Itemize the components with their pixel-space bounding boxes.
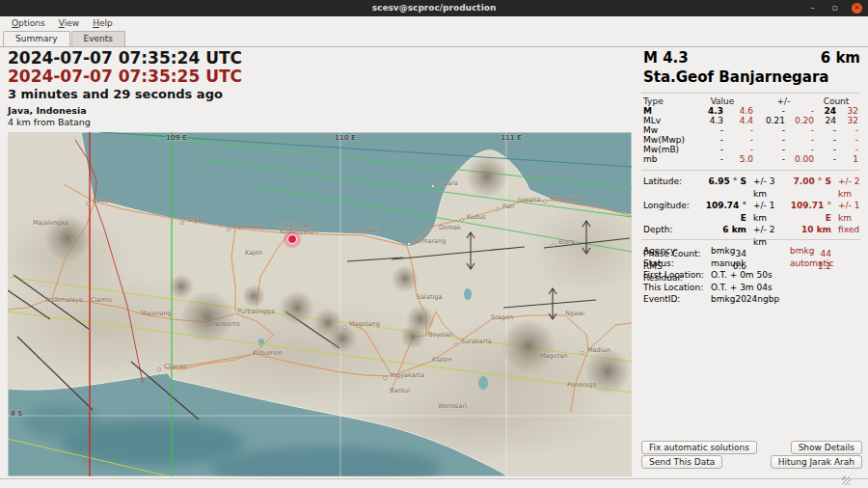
city-label: Cilacap — [164, 363, 187, 370]
mag-cell: Mw(mB) — [643, 145, 692, 154]
mag-cell: MLv — [643, 116, 692, 125]
info-cell: O.T. + 0m 50s — [711, 269, 790, 282]
menu-options[interactable]: Options — [6, 17, 51, 29]
origin-cell: 109.71 ° E — [786, 200, 834, 224]
tab-events[interactable]: Events — [71, 31, 125, 46]
longitude-label: 110 E — [335, 134, 356, 142]
city-label: Ngawi — [565, 310, 584, 317]
city-dot — [431, 184, 435, 188]
minimize-button[interactable]: – — [807, 3, 818, 14]
info-cell: This Location: — [643, 282, 711, 294]
mag-cell: - — [785, 145, 814, 154]
epicenter-dot — [287, 234, 297, 244]
magnitude-table: TypeValue+/-CountM4.34.6--2432MLv4.34.40… — [643, 96, 861, 164]
send-this-data-button[interactable]: Send This Data — [641, 455, 722, 469]
city-label: Sragen — [491, 313, 513, 321]
city-dot — [496, 207, 500, 211]
mag-cell: - — [814, 154, 836, 164]
app-window: scesv@scproc/production – ▫ ✕ OptionsVie… — [0, 0, 868, 488]
city-label: Tasikmalaya — [44, 296, 83, 304]
map[interactable]: CirebonMajalengkaTasikmalayaCiamisTegalP… — [8, 132, 632, 476]
region-name: Java, Indonesia — [8, 105, 87, 116]
separator — [641, 239, 860, 240]
info-cell — [790, 269, 862, 282]
info-cell: Status: — [643, 258, 711, 270]
event-panel: M 4.3 6 km Sta.Geof Banjarnegara TypeVal… — [639, 49, 862, 478]
mag-cell: 4.4 — [723, 116, 753, 125]
tab-summary[interactable]: Summary — [3, 31, 70, 46]
mag-cell: - — [836, 135, 858, 145]
origin-time: 2024-07-07 07:35:24 UTC — [8, 48, 242, 68]
info-cell: bmkg2024ngbp — [711, 293, 790, 306]
window-title: scesv@scproc/production — [0, 0, 868, 16]
mag-cell: mb — [643, 154, 692, 164]
mag-cell: 4.3 — [692, 116, 723, 125]
mag-cell: - — [785, 125, 814, 135]
info-cell: bmkg — [711, 245, 790, 258]
city-label: Ciamis — [91, 296, 112, 304]
maximize-button[interactable]: ▫ — [829, 3, 840, 14]
info-cell: bmkg — [790, 245, 862, 258]
latitude-label: 8 S — [11, 410, 22, 418]
city-dot — [460, 218, 464, 222]
origin-cell: +/- 3 km — [749, 176, 786, 200]
mag-cell: 4.3 — [692, 106, 723, 116]
city-label: Majenang — [141, 310, 172, 317]
resize-grip[interactable] — [842, 476, 851, 485]
mag-cell: - — [692, 125, 723, 135]
mag-cell: - — [753, 135, 785, 145]
city-dot — [157, 367, 161, 371]
magnitude-value: M 4.3 — [643, 49, 689, 67]
city-dot — [407, 242, 411, 246]
longitude-label: 111 E — [501, 134, 522, 142]
city-label: Yogyakarta — [390, 371, 424, 379]
info-cell — [790, 293, 862, 306]
mag-cell: Mw(Mwp) — [643, 135, 692, 145]
mag-cell: - — [753, 154, 785, 164]
update-time: 2024-07-07 07:35:25 UTC — [8, 67, 242, 86]
city-label: Surakarta — [461, 338, 492, 345]
longitude-label: 109 E — [166, 134, 187, 142]
hitung-jarak-arah-button[interactable]: Hitung Jarak Arah — [771, 455, 862, 469]
city-label: Pemalang — [233, 223, 264, 230]
origin-cell: 7.00 ° S — [786, 176, 834, 200]
info-cell: Agency: — [643, 245, 711, 258]
city-label: Blora — [558, 238, 575, 246]
event-info-table: Agency:bmkgbmkgStatus:manualautomaticFir… — [643, 245, 862, 306]
city-label: Juwana — [518, 196, 540, 203]
mag-cell: 24 — [814, 116, 836, 125]
city-label: Bantul — [390, 387, 410, 394]
depth-value: 6 km — [821, 49, 860, 67]
city-label: Majalengka — [33, 219, 68, 227]
city-label: Kudus — [467, 213, 486, 221]
city-dot — [552, 243, 556, 247]
mag-cell: - — [753, 145, 785, 154]
mag-cell: 24 — [814, 106, 836, 116]
mag-col-header: Value — [692, 96, 753, 106]
show-details-button[interactable]: Show Details — [791, 441, 862, 454]
close-button[interactable]: ✕ — [852, 3, 862, 14]
epicenter-marker[interactable] — [284, 230, 301, 248]
city-label: Rembang — [550, 195, 580, 203]
mag-cell: 1 — [836, 154, 858, 164]
city-dot — [180, 221, 184, 225]
mag-cell: - — [723, 135, 753, 145]
origin-cell: +/- 1 km — [834, 200, 862, 224]
menu-help[interactable]: Help — [87, 17, 119, 29]
mag-cell: - — [753, 125, 785, 135]
city-dot — [454, 342, 458, 346]
menu-view[interactable]: View — [53, 17, 85, 29]
fix-automatic-solutions-button[interactable]: Fix automatic solutions — [641, 441, 757, 454]
info-cell: EventID: — [643, 293, 711, 306]
city-label: Semarang — [414, 237, 446, 245]
city-label: Boyolali — [428, 331, 453, 339]
titlebar[interactable]: scesv@scproc/production – ▫ ✕ — [0, 0, 868, 16]
info-cell: O.T. + 3m 04s — [711, 282, 790, 294]
city-label: Kendal — [357, 226, 378, 233]
mag-cell: 32 — [836, 106, 858, 116]
city-label: Ponorogo — [567, 381, 596, 389]
mag-cell: - — [836, 125, 858, 135]
nearest-city: 4 km from Batang — [8, 117, 91, 127]
city-label: Purwokerto — [204, 320, 240, 328]
mag-cell: 5.0 — [723, 154, 753, 164]
